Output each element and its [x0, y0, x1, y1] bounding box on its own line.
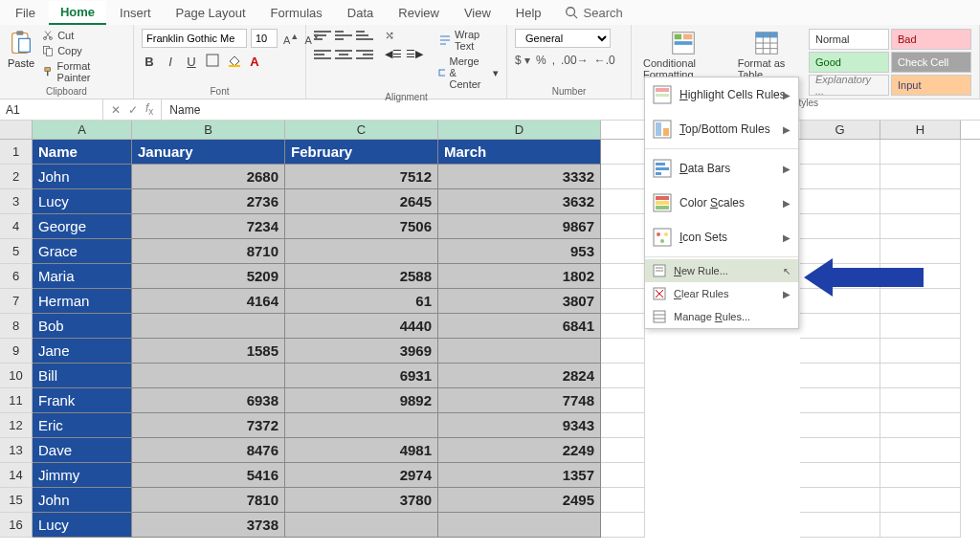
- cell-name[interactable]: Jane: [33, 339, 132, 364]
- fx-button[interactable]: fx: [145, 101, 153, 117]
- cell-name[interactable]: John: [33, 165, 132, 189]
- cell-value[interactable]: 3332: [438, 165, 601, 189]
- cell-value[interactable]: 953: [438, 239, 601, 264]
- tab-page-layout[interactable]: Page Layout: [165, 2, 257, 24]
- tell-me-search[interactable]: Search: [565, 6, 623, 20]
- cell-value[interactable]: 7748: [438, 388, 601, 413]
- underline-button[interactable]: U: [184, 55, 199, 69]
- cell-value[interactable]: 1357: [438, 463, 601, 488]
- formula-input[interactable]: Name: [162, 103, 980, 117]
- cell-name[interactable]: Dave: [33, 438, 132, 463]
- cell-value[interactable]: 7512: [285, 165, 438, 189]
- style-normal[interactable]: Normal: [809, 29, 889, 50]
- cell-name[interactable]: Frank: [33, 388, 132, 413]
- number-format-select[interactable]: General: [515, 29, 611, 48]
- cell-value[interactable]: 1802: [438, 264, 601, 289]
- style-check-cell[interactable]: Check Cell: [891, 52, 971, 73]
- cell-value[interactable]: 2249: [438, 438, 601, 463]
- decrease-indent-button[interactable]: ◀☰: [385, 48, 402, 60]
- cell-value[interactable]: 5416: [132, 463, 285, 488]
- cell-value[interactable]: [438, 339, 601, 364]
- cell-name[interactable]: John: [33, 488, 132, 513]
- cell-value[interactable]: 2824: [438, 364, 601, 388]
- cell-value[interactable]: 2736: [132, 189, 285, 214]
- cell-name[interactable]: George: [33, 214, 132, 239]
- cell-value[interactable]: 9892: [285, 388, 438, 413]
- menu-new-rule[interactable]: New Rule... ↖: [645, 259, 798, 282]
- paste-button[interactable]: Paste: [8, 29, 34, 69]
- italic-button[interactable]: I: [163, 55, 178, 69]
- cell-name[interactable]: Herman: [33, 289, 132, 314]
- cell-value[interactable]: 1585: [132, 339, 285, 364]
- style-input[interactable]: Input: [891, 75, 971, 96]
- tab-review[interactable]: Review: [387, 2, 451, 24]
- align-right-button[interactable]: [356, 48, 373, 61]
- cell-value[interactable]: [132, 314, 285, 339]
- cell-name[interactable]: Grace: [33, 239, 132, 264]
- cell-value[interactable]: 2645: [285, 189, 438, 214]
- enter-formula-button[interactable]: ✓: [128, 103, 138, 117]
- percent-button[interactable]: %: [536, 54, 546, 67]
- orientation-button[interactable]: ⤭: [385, 29, 423, 42]
- align-middle-button[interactable]: [335, 29, 352, 42]
- fill-color-button[interactable]: [226, 54, 241, 70]
- increase-font-button[interactable]: A▲: [281, 32, 301, 46]
- align-center-button[interactable]: [335, 48, 352, 61]
- menu-data-bars[interactable]: Data Bars▶: [645, 151, 798, 186]
- decrease-decimal-button[interactable]: ←.0: [594, 54, 615, 67]
- increase-indent-button[interactable]: ☰▶: [406, 48, 423, 60]
- cell-value[interactable]: 2974: [285, 463, 438, 488]
- style-good[interactable]: Good: [809, 52, 889, 73]
- cell-value[interactable]: 5209: [132, 264, 285, 289]
- cancel-formula-button[interactable]: ✕: [111, 103, 121, 117]
- align-left-button[interactable]: [314, 48, 331, 61]
- comma-button[interactable]: ,: [552, 54, 555, 67]
- cell-name[interactable]: Maria: [33, 264, 132, 289]
- cell-value[interactable]: 6931: [285, 364, 438, 388]
- col-header-b[interactable]: B: [132, 121, 285, 139]
- cell-name[interactable]: Bob: [33, 314, 132, 339]
- cell-value[interactable]: 6841: [438, 314, 601, 339]
- cell-value[interactable]: 4981: [285, 438, 438, 463]
- menu-highlight-cells-rules[interactable]: Highlight Cells Rules▶: [645, 77, 798, 112]
- col-header-c[interactable]: C: [285, 121, 438, 139]
- cell-value[interactable]: 9867: [438, 214, 601, 239]
- cell-value[interactable]: 6938: [132, 388, 285, 413]
- cell-name[interactable]: Eric: [33, 413, 132, 438]
- cell-value[interactable]: 2588: [285, 264, 438, 289]
- cell-value[interactable]: [132, 364, 285, 388]
- cell-value[interactable]: 7506: [285, 214, 438, 239]
- font-color-button[interactable]: A: [247, 55, 262, 69]
- wrap-text-button[interactable]: Wrap Text: [438, 29, 499, 52]
- cut-button[interactable]: Cut: [40, 29, 125, 42]
- cell-value[interactable]: [285, 239, 438, 264]
- cell-value[interactable]: 3969: [285, 339, 438, 364]
- cell-name[interactable]: Lucy: [33, 189, 132, 214]
- cell-value[interactable]: [285, 513, 438, 538]
- cell-value[interactable]: 2680: [132, 165, 285, 189]
- font-name-select[interactable]: [142, 29, 247, 48]
- col-header-a[interactable]: A: [33, 121, 132, 139]
- cell-value[interactable]: 3738: [132, 513, 285, 538]
- style-explanatory[interactable]: Explanatory ...: [809, 75, 889, 96]
- col-header-g[interactable]: G: [800, 121, 880, 139]
- cell-name[interactable]: Bill: [33, 364, 132, 388]
- col-header-h[interactable]: H: [880, 121, 961, 139]
- tab-view[interactable]: View: [453, 2, 502, 24]
- tab-formulas[interactable]: Formulas: [259, 2, 334, 24]
- cell-name[interactable]: Jimmy: [33, 463, 132, 488]
- select-all-corner[interactable]: [0, 121, 33, 139]
- cell-value[interactable]: [285, 413, 438, 438]
- font-size-select[interactable]: [251, 29, 278, 48]
- cell-name[interactable]: Lucy: [33, 513, 132, 538]
- menu-icon-sets[interactable]: Icon Sets▶: [645, 220, 798, 254]
- increase-decimal-button[interactable]: .00→: [561, 54, 589, 67]
- cell-value[interactable]: 2495: [438, 488, 601, 513]
- style-bad[interactable]: Bad: [891, 29, 971, 50]
- cell-value[interactable]: 3780: [285, 488, 438, 513]
- cell-value[interactable]: [438, 513, 601, 538]
- align-top-button[interactable]: [314, 29, 331, 42]
- cell-value[interactable]: 7810: [132, 488, 285, 513]
- worksheet-grid[interactable]: A B C D G H 12345678910111213141516 Name…: [0, 121, 980, 538]
- cell-value[interactable]: 7234: [132, 214, 285, 239]
